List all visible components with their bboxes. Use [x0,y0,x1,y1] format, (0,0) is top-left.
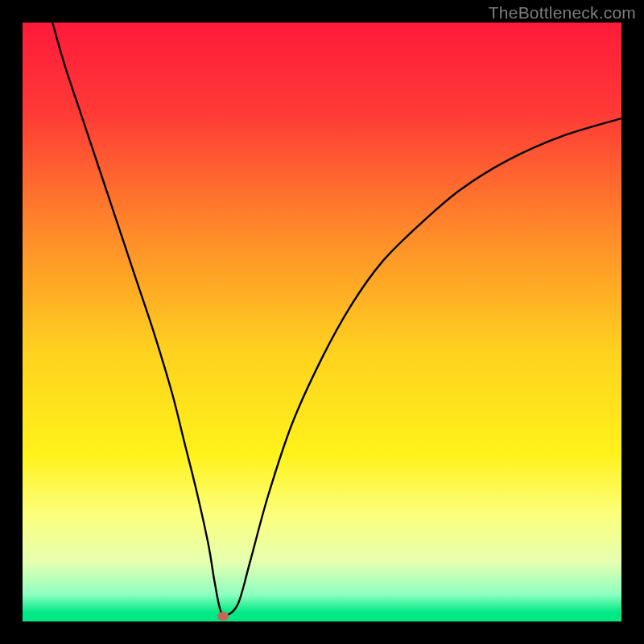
bottleneck-curve [52,23,621,616]
watermark-text: TheBottleneck.com [489,3,636,23]
plot-area [23,23,621,621]
chart-frame: TheBottleneck.com [0,0,644,644]
optimal-point-marker [217,612,229,621]
bottleneck-curve-svg [23,23,621,621]
